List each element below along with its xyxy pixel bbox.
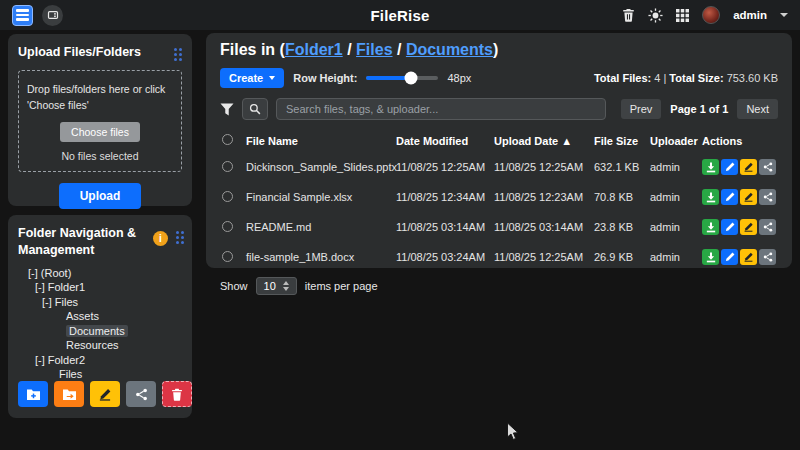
username-label[interactable]: admin bbox=[733, 9, 767, 21]
create-folder-button[interactable] bbox=[18, 381, 48, 407]
user-menu-caret-icon[interactable] bbox=[780, 13, 788, 17]
file-dropzone[interactable]: Drop files/folders here or click 'Choose… bbox=[18, 70, 182, 173]
apps-grid-icon[interactable] bbox=[676, 9, 689, 22]
row-height-slider[interactable] bbox=[366, 76, 438, 80]
file-name-cell[interactable]: Financial Sample.xlsx bbox=[244, 182, 394, 212]
file-size-cell: 23.8 KB bbox=[592, 212, 648, 242]
download-icon bbox=[706, 162, 716, 173]
total-files-value: 4 bbox=[654, 72, 660, 84]
upload-button[interactable]: Upload bbox=[59, 183, 142, 209]
row-checkbox[interactable] bbox=[222, 221, 233, 232]
totals-summary: Total Files: 4 | Total Size: 753.60 KB bbox=[594, 72, 778, 84]
folder-navigation-panel: Folder Navigation & Management i [-](Roo… bbox=[8, 215, 192, 418]
edit-button[interactable] bbox=[721, 249, 738, 265]
share-button[interactable] bbox=[759, 189, 776, 205]
tree-folder-label[interactable]: Files bbox=[55, 296, 78, 308]
share-folder-button[interactable] bbox=[126, 381, 156, 407]
folder-tree-item[interactable]: [-]Files bbox=[18, 295, 182, 310]
share-button[interactable] bbox=[759, 219, 776, 235]
download-button[interactable] bbox=[702, 189, 719, 205]
panel-drag-handle[interactable] bbox=[176, 231, 184, 244]
file-name-cell[interactable]: file-sample_1MB.docx bbox=[244, 242, 394, 272]
breadcrumb-link-folder1[interactable]: Folder1 bbox=[285, 41, 343, 58]
file-row[interactable]: Dickinson_Sample_Slides.pptx 11/08/25 12… bbox=[220, 152, 778, 182]
panel-drag-handle[interactable] bbox=[174, 48, 182, 61]
column-header-upload-date[interactable]: Upload Date ▲ bbox=[492, 128, 592, 152]
next-page-button[interactable]: Next bbox=[737, 99, 778, 119]
edit-button[interactable] bbox=[721, 189, 738, 205]
download-button[interactable] bbox=[702, 159, 719, 175]
theme-toggle-sun-icon[interactable] bbox=[648, 8, 663, 23]
column-header-uploader[interactable]: Uploader bbox=[648, 128, 700, 152]
breadcrumb-link-files[interactable]: Files bbox=[356, 41, 392, 58]
rename-folder-button[interactable] bbox=[90, 381, 120, 407]
tree-expand-toggle[interactable]: [-] bbox=[35, 354, 45, 366]
file-name-cell[interactable]: README.md bbox=[244, 212, 394, 242]
create-button-label: Create bbox=[229, 72, 263, 84]
tree-folder-label[interactable]: (Root) bbox=[41, 267, 72, 279]
filter-funnel-icon[interactable] bbox=[220, 103, 234, 116]
tree-folder-label[interactable]: Files bbox=[59, 368, 82, 380]
share-button[interactable] bbox=[759, 249, 776, 265]
mouse-cursor bbox=[506, 422, 520, 446]
folder-tree-item[interactable]: Assets bbox=[18, 309, 182, 324]
row-checkbox[interactable] bbox=[222, 161, 233, 172]
search-button[interactable] bbox=[242, 98, 268, 120]
folder-tree-item[interactable]: [-]Folder2 bbox=[18, 353, 182, 368]
delete-folder-button[interactable] bbox=[162, 381, 192, 407]
row-actions bbox=[700, 182, 778, 212]
rename-button[interactable] bbox=[740, 219, 757, 235]
row-checkbox[interactable] bbox=[222, 251, 233, 262]
column-header-file-name[interactable]: File Name bbox=[244, 128, 394, 152]
folder-tree-item[interactable]: [-](Root) bbox=[18, 266, 182, 281]
move-folder-button[interactable] bbox=[54, 381, 84, 407]
edit-button[interactable] bbox=[721, 159, 738, 175]
file-row[interactable]: Financial Sample.xlsx 11/08/25 12:34AM 1… bbox=[220, 182, 778, 212]
download-button[interactable] bbox=[702, 219, 719, 235]
pencil-underline-icon bbox=[743, 222, 754, 232]
tree-expand-toggle[interactable]: [-] bbox=[28, 267, 38, 279]
folder-tree-item[interactable]: Files bbox=[18, 367, 182, 382]
rename-button[interactable] bbox=[740, 249, 757, 265]
column-header-date-modified[interactable]: Date Modified bbox=[394, 128, 492, 152]
file-size-cell: 632.1 KB bbox=[592, 152, 648, 182]
info-icon[interactable]: i bbox=[153, 231, 168, 246]
file-row[interactable]: README.md 11/08/25 03:14AM 11/08/25 03:1… bbox=[220, 212, 778, 242]
rename-button[interactable] bbox=[740, 189, 757, 205]
folder-tree-item[interactable]: Resources bbox=[18, 338, 182, 353]
breadcrumb-link-documents[interactable]: Documents bbox=[406, 41, 493, 58]
share-button[interactable] bbox=[759, 159, 776, 175]
folder-tree-item[interactable]: [-]Folder1 bbox=[18, 280, 182, 295]
file-row[interactable]: file-sample_1MB.docx 11/08/25 03:24AM 11… bbox=[220, 242, 778, 272]
view-toggle-button[interactable] bbox=[42, 5, 63, 26]
user-avatar[interactable] bbox=[702, 6, 720, 24]
file-name-cell[interactable]: Dickinson_Sample_Slides.pptx bbox=[244, 152, 394, 182]
prev-page-button[interactable]: Prev bbox=[621, 99, 662, 119]
sidebar-view-icon bbox=[47, 9, 59, 21]
pencil-icon bbox=[725, 162, 735, 172]
file-size-cell: 70.8 KB bbox=[592, 182, 648, 212]
row-actions bbox=[700, 242, 778, 272]
download-button[interactable] bbox=[702, 249, 719, 265]
rename-button[interactable] bbox=[740, 159, 757, 175]
slider-thumb[interactable] bbox=[405, 72, 418, 85]
items-per-page-select[interactable]: 10 bbox=[256, 277, 297, 295]
edit-button[interactable] bbox=[721, 219, 738, 235]
upload-date-cell: 11/08/25 12:25AM bbox=[492, 152, 592, 182]
tree-folder-label[interactable]: Resources bbox=[66, 339, 119, 351]
tree-folder-label[interactable]: Documents bbox=[66, 325, 128, 337]
tree-folder-label[interactable]: Assets bbox=[66, 310, 99, 322]
tree-folder-label[interactable]: Folder1 bbox=[48, 281, 85, 293]
folder-tree-item[interactable]: Documents bbox=[18, 324, 182, 339]
tree-folder-label[interactable]: Folder2 bbox=[48, 354, 85, 366]
select-all-checkbox[interactable] bbox=[222, 134, 233, 145]
trash-icon[interactable] bbox=[622, 8, 635, 22]
create-button[interactable]: Create bbox=[220, 68, 284, 88]
tree-expand-toggle[interactable]: [-] bbox=[42, 296, 52, 308]
choose-files-button[interactable]: Choose files bbox=[60, 122, 140, 142]
search-icon bbox=[249, 103, 261, 115]
tree-expand-toggle[interactable]: [-] bbox=[35, 281, 45, 293]
search-input[interactable] bbox=[276, 98, 606, 120]
row-checkbox[interactable] bbox=[222, 191, 233, 202]
column-header-file-size[interactable]: File Size bbox=[592, 128, 648, 152]
